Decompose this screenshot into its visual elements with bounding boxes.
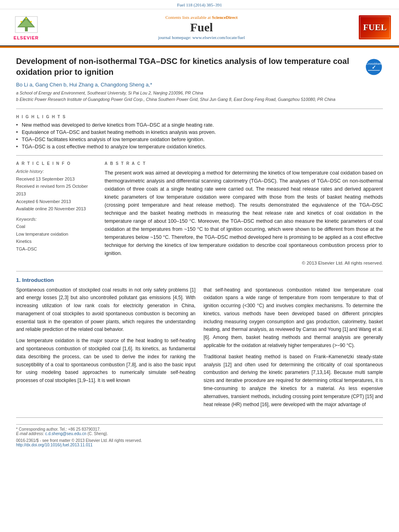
keywords-label: Keywords: — [16, 217, 97, 222]
intro-col-left: Spontaneous combustion of stockpiled coa… — [16, 286, 195, 412]
list-item: New method was developed to derive kinet… — [16, 122, 383, 128]
divider-3 — [16, 271, 383, 271]
history-label: Article history: — [16, 169, 97, 174]
svg-rect-10 — [368, 70, 380, 71]
paper-content: Development of non-isothermal TGA–DSC fo… — [0, 48, 399, 455]
elsevier-tree-icon — [13, 14, 39, 35]
paper-title: Development of non-isothermal TGA–DSC fo… — [16, 56, 359, 78]
intro-para-2: Low temperature oxidation is the major s… — [16, 337, 195, 385]
list-item: TGA–DSC facilitates kinetics analysis of… — [16, 137, 383, 142]
fuel-logo-box: FUEL — [359, 15, 391, 39]
doi-line: http://dx.doi.org/10.1016/j.fuel.2013.11… — [16, 443, 383, 447]
issn-line: 0016-2361/$ - see front matter © 2013 El… — [16, 438, 383, 443]
abstract-label: A B S T R A C T — [105, 161, 383, 166]
elsevier-logo: ELSEVIER — [8, 13, 44, 41]
keywords-list: Coal Low temperature oxidation Kinetics … — [16, 223, 97, 253]
crossmark-icon: CrossMark ✓ — [365, 58, 383, 76]
footer-divider — [16, 417, 383, 418]
intro-two-col: Spontaneous combustion of stockpiled coa… — [16, 286, 383, 412]
email-line: E-mail address: c.d.sheng@seu.edu.cn (C.… — [16, 431, 383, 436]
journal-center-info: Contents lists available at ScienceDirec… — [44, 15, 359, 40]
svg-point-4 — [21, 21, 22, 23]
footnote-star: * Corresponding author. Tel.: +86 25 837… — [16, 427, 383, 431]
divider-1 — [16, 109, 383, 109]
crossmark-logo: CrossMark ✓ — [365, 58, 383, 76]
paper-title-section: Development of non-isothermal TGA–DSC fo… — [16, 56, 383, 103]
highlights-list: New method was developed to derive kinet… — [16, 122, 383, 150]
list-item: TGA–DSC is a cost effective method to an… — [16, 144, 383, 150]
article-abstract-section: A R T I C L E I N F O Article history: R… — [16, 161, 383, 265]
introduction-section: 1. Introduction Spontaneous combustion o… — [16, 277, 383, 412]
list-item: Equivalence of TGA–DSC and basket heatin… — [16, 129, 383, 135]
paper-title-area: Development of non-isothermal TGA–DSC fo… — [16, 56, 359, 103]
affiliations: a School of Energy and Environment, Sout… — [16, 90, 359, 103]
article-info-col: A R T I C L E I N F O Article history: R… — [16, 161, 97, 265]
svg-point-5 — [30, 21, 32, 23]
journal-title: Fuel — [44, 21, 359, 34]
authors-line: Bo Li a, Gang Chen b, Hui Zhang a, Chang… — [16, 82, 359, 88]
citation-text: Fuel 118 (2014) 385–391 — [177, 2, 222, 7]
intro-para-4: Traditional basket heating method is bas… — [204, 353, 383, 409]
intro-para-1: Spontaneous combustion of stockpiled coa… — [16, 286, 195, 334]
svg-text:✓: ✓ — [372, 64, 376, 70]
intro-col-right: that self-heating and spontaneous combus… — [204, 286, 383, 412]
journal-citation: Fuel 118 (2014) 385–391 — [0, 0, 399, 9]
article-dates: Received 13 September 2013 Received in r… — [16, 175, 97, 213]
journal-homepage: journal homepage: www.elsevier.com/locat… — [44, 35, 359, 40]
copyright-line: © 2013 Elsevier Ltd. All rights reserved… — [105, 261, 383, 265]
footer: * Corresponding author. Tel.: +86 25 837… — [16, 424, 383, 447]
article-info-label: A R T I C L E I N F O — [16, 161, 97, 166]
intro-title: 1. Introduction — [16, 277, 383, 283]
highlights-label: H I G H L I G H T S — [16, 115, 383, 119]
svg-point-6 — [25, 18, 27, 19]
journal-header: ELSEVIER Contents lists available at Sci… — [0, 9, 399, 46]
abstract-text: The present work was aimed at developing… — [105, 169, 383, 257]
intro-para-3: that self-heating and spontaneous combus… — [204, 286, 383, 350]
abstract-col: A B S T R A C T The present work was aim… — [105, 161, 383, 265]
divider-2 — [16, 155, 383, 156]
science-direct-line: Contents lists available at ScienceDirec… — [44, 15, 359, 20]
elsevier-wordmark: ELSEVIER — [14, 35, 39, 40]
